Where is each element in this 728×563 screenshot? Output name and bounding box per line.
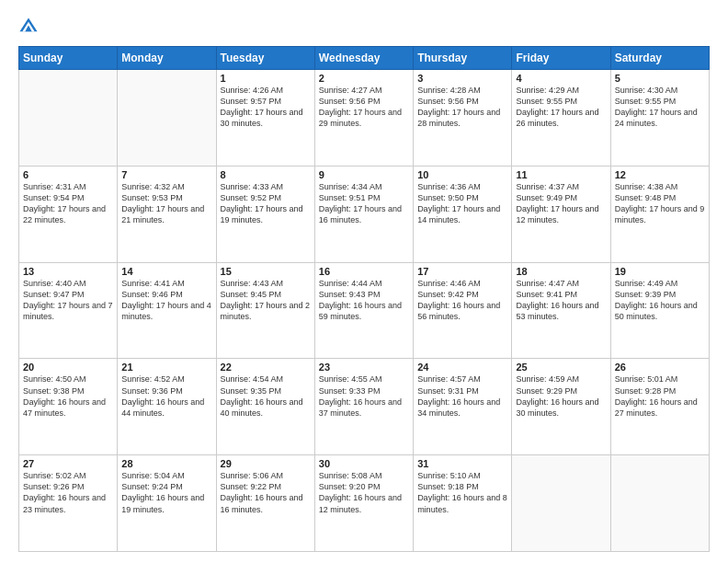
calendar-cell: 11Sunrise: 4:37 AM Sunset: 9:49 PM Dayli… [512, 166, 610, 262]
day-info: Sunrise: 4:55 AM Sunset: 9:33 PM Dayligh… [319, 373, 409, 419]
day-number: 3 [417, 73, 507, 84]
day-info: Sunrise: 4:40 AM Sunset: 9:47 PM Dayligh… [23, 278, 113, 323]
day-number: 29 [221, 458, 311, 469]
calendar-cell [610, 455, 709, 552]
weekday-header-row: SundayMondayTuesdayWednesdayThursdayFrid… [19, 47, 710, 70]
day-info: Sunrise: 4:49 AM Sunset: 9:39 PM Dayligh… [615, 278, 705, 323]
weekday-header: Thursday [414, 47, 512, 70]
calendar-cell: 29Sunrise: 5:06 AM Sunset: 9:22 PM Dayli… [216, 455, 314, 552]
day-number: 30 [319, 458, 409, 469]
day-number: 10 [417, 169, 507, 180]
day-info: Sunrise: 4:52 AM Sunset: 9:36 PM Dayligh… [121, 373, 211, 419]
day-info: Sunrise: 4:36 AM Sunset: 9:50 PM Dayligh… [417, 181, 507, 226]
calendar-cell [118, 70, 216, 167]
calendar-cell: 9Sunrise: 4:34 AM Sunset: 9:51 PM Daylig… [314, 166, 413, 262]
day-info: Sunrise: 4:44 AM Sunset: 9:43 PM Dayligh… [319, 278, 409, 323]
day-number: 27 [23, 458, 113, 469]
calendar-cell: 15Sunrise: 4:43 AM Sunset: 9:45 PM Dayli… [216, 262, 314, 359]
day-number: 24 [417, 362, 507, 373]
day-info: Sunrise: 4:59 AM Sunset: 9:29 PM Dayligh… [516, 373, 606, 419]
calendar-cell: 30Sunrise: 5:08 AM Sunset: 9:20 PM Dayli… [314, 455, 413, 552]
calendar-cell: 17Sunrise: 4:46 AM Sunset: 9:42 PM Dayli… [414, 262, 512, 359]
calendar-cell: 3Sunrise: 4:28 AM Sunset: 9:56 PM Daylig… [414, 70, 512, 167]
weekday-header: Friday [512, 47, 610, 70]
calendar-cell: 14Sunrise: 4:41 AM Sunset: 9:46 PM Dayli… [118, 262, 216, 359]
calendar-cell: 7Sunrise: 4:32 AM Sunset: 9:53 PM Daylig… [118, 166, 216, 262]
calendar-week-row: 20Sunrise: 4:50 AM Sunset: 9:38 PM Dayli… [19, 359, 710, 455]
day-number: 5 [615, 73, 705, 84]
calendar-cell [512, 455, 610, 552]
calendar-cell: 12Sunrise: 4:38 AM Sunset: 9:48 PM Dayli… [610, 166, 709, 262]
day-number: 16 [319, 266, 409, 277]
day-info: Sunrise: 4:37 AM Sunset: 9:49 PM Dayligh… [516, 181, 606, 226]
calendar-cell: 8Sunrise: 4:33 AM Sunset: 9:52 PM Daylig… [216, 166, 314, 262]
day-info: Sunrise: 5:06 AM Sunset: 9:22 PM Dayligh… [221, 470, 311, 515]
day-info: Sunrise: 5:04 AM Sunset: 9:24 PM Dayligh… [121, 470, 211, 515]
header [18, 17, 710, 37]
day-info: Sunrise: 4:38 AM Sunset: 9:48 PM Dayligh… [615, 181, 705, 226]
day-info: Sunrise: 4:34 AM Sunset: 9:51 PM Dayligh… [319, 181, 409, 226]
day-number: 4 [516, 73, 606, 84]
calendar-cell: 22Sunrise: 4:54 AM Sunset: 9:35 PM Dayli… [216, 359, 314, 455]
day-number: 19 [615, 266, 705, 277]
calendar-cell: 6Sunrise: 4:31 AM Sunset: 9:54 PM Daylig… [19, 166, 118, 262]
day-info: Sunrise: 4:33 AM Sunset: 9:52 PM Dayligh… [221, 181, 311, 226]
day-number: 8 [221, 169, 311, 180]
day-number: 28 [121, 458, 211, 469]
day-info: Sunrise: 4:50 AM Sunset: 9:38 PM Dayligh… [23, 373, 113, 419]
calendar-cell [19, 70, 118, 167]
day-number: 18 [516, 266, 606, 277]
day-info: Sunrise: 4:32 AM Sunset: 9:53 PM Dayligh… [121, 181, 211, 226]
calendar-cell: 21Sunrise: 4:52 AM Sunset: 9:36 PM Dayli… [118, 359, 216, 455]
calendar-cell: 27Sunrise: 5:02 AM Sunset: 9:26 PM Dayli… [19, 455, 118, 552]
day-number: 9 [319, 169, 409, 180]
day-info: Sunrise: 4:46 AM Sunset: 9:42 PM Dayligh… [417, 278, 507, 323]
day-info: Sunrise: 4:30 AM Sunset: 9:55 PM Dayligh… [615, 85, 705, 130]
day-number: 1 [221, 73, 311, 84]
day-number: 26 [615, 362, 705, 373]
day-info: Sunrise: 4:28 AM Sunset: 9:56 PM Dayligh… [417, 85, 507, 130]
calendar-cell: 10Sunrise: 4:36 AM Sunset: 9:50 PM Dayli… [414, 166, 512, 262]
day-info: Sunrise: 4:43 AM Sunset: 9:45 PM Dayligh… [221, 278, 311, 323]
day-info: Sunrise: 5:01 AM Sunset: 9:28 PM Dayligh… [615, 373, 705, 419]
weekday-header: Monday [118, 47, 216, 70]
calendar-week-row: 1Sunrise: 4:26 AM Sunset: 9:57 PM Daylig… [19, 70, 710, 167]
day-info: Sunrise: 4:41 AM Sunset: 9:46 PM Dayligh… [121, 278, 211, 323]
day-info: Sunrise: 5:02 AM Sunset: 9:26 PM Dayligh… [23, 470, 113, 515]
calendar-table: SundayMondayTuesdayWednesdayThursdayFrid… [18, 46, 710, 552]
day-info: Sunrise: 5:08 AM Sunset: 9:20 PM Dayligh… [319, 470, 409, 515]
calendar-week-row: 27Sunrise: 5:02 AM Sunset: 9:26 PM Dayli… [19, 455, 710, 552]
calendar-cell: 28Sunrise: 5:04 AM Sunset: 9:24 PM Dayli… [118, 455, 216, 552]
calendar-cell: 31Sunrise: 5:10 AM Sunset: 9:18 PM Dayli… [414, 455, 512, 552]
day-number: 23 [319, 362, 409, 373]
day-info: Sunrise: 4:31 AM Sunset: 9:54 PM Dayligh… [23, 181, 113, 226]
day-number: 21 [121, 362, 211, 373]
calendar-week-row: 13Sunrise: 4:40 AM Sunset: 9:47 PM Dayli… [19, 262, 710, 359]
calendar-cell: 13Sunrise: 4:40 AM Sunset: 9:47 PM Dayli… [19, 262, 118, 359]
weekday-header: Saturday [610, 47, 709, 70]
calendar-cell: 19Sunrise: 4:49 AM Sunset: 9:39 PM Dayli… [610, 262, 709, 359]
calendar-cell: 24Sunrise: 4:57 AM Sunset: 9:31 PM Dayli… [414, 359, 512, 455]
day-info: Sunrise: 4:27 AM Sunset: 9:56 PM Dayligh… [319, 85, 409, 130]
day-number: 13 [23, 266, 113, 277]
calendar-cell: 23Sunrise: 4:55 AM Sunset: 9:33 PM Dayli… [314, 359, 413, 455]
day-number: 31 [417, 458, 507, 469]
weekday-header: Sunday [19, 47, 118, 70]
day-info: Sunrise: 4:29 AM Sunset: 9:55 PM Dayligh… [516, 85, 606, 130]
calendar-cell: 4Sunrise: 4:29 AM Sunset: 9:55 PM Daylig… [512, 70, 610, 167]
day-number: 17 [417, 266, 507, 277]
calendar-cell: 5Sunrise: 4:30 AM Sunset: 9:55 PM Daylig… [610, 70, 709, 167]
day-number: 25 [516, 362, 606, 373]
calendar-cell: 26Sunrise: 5:01 AM Sunset: 9:28 PM Dayli… [610, 359, 709, 455]
calendar-cell: 25Sunrise: 4:59 AM Sunset: 9:29 PM Dayli… [512, 359, 610, 455]
calendar-cell: 2Sunrise: 4:27 AM Sunset: 9:56 PM Daylig… [314, 70, 413, 167]
weekday-header: Wednesday [314, 47, 413, 70]
day-number: 22 [221, 362, 311, 373]
page: SundayMondayTuesdayWednesdayThursdayFrid… [0, 0, 728, 563]
weekday-header: Tuesday [216, 47, 314, 70]
calendar-cell: 18Sunrise: 4:47 AM Sunset: 9:41 PM Dayli… [512, 262, 610, 359]
day-number: 2 [319, 73, 409, 84]
day-info: Sunrise: 4:57 AM Sunset: 9:31 PM Dayligh… [417, 373, 507, 419]
day-number: 20 [23, 362, 113, 373]
calendar-cell: 20Sunrise: 4:50 AM Sunset: 9:38 PM Dayli… [19, 359, 118, 455]
